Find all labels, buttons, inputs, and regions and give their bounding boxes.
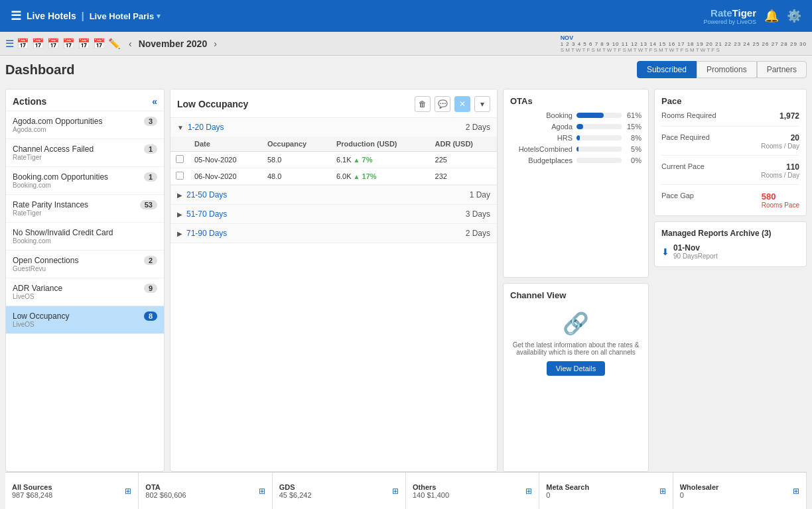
chevron-icon: ▼ xyxy=(177,124,184,131)
pace-row-value-wrap: 1,972 xyxy=(779,111,799,121)
day-group-count: 3 Days xyxy=(466,209,490,219)
cal-custom3-icon[interactable]: 📅 xyxy=(93,38,105,50)
cal-month-icon[interactable]: 📅 xyxy=(47,38,60,50)
expand-icon[interactable]: ⊞ xyxy=(525,486,532,496)
gear-icon[interactable]: ⚙️ xyxy=(787,9,801,23)
lo-trash-button[interactable]: 🗑 xyxy=(415,96,431,112)
action-item-name: Rate Parity Instances xyxy=(13,200,88,209)
pace-row: Current Pace 110 Rooms / Day xyxy=(661,162,799,185)
bottom-bar-item[interactable]: All Sources 987 $68,248 ⊞ xyxy=(5,473,139,509)
action-item-name: Booking.com Opportunities xyxy=(13,172,108,182)
day-group-header[interactable]: ▶ 21-50 Days 1 Day xyxy=(170,186,497,204)
ota-pct: 61% xyxy=(622,111,642,119)
day-group-header[interactable]: ▼ 1-20 Days 2 Days xyxy=(170,118,497,137)
bottom-bar-item[interactable]: OTA 802 $60,606 ⊞ xyxy=(139,473,272,509)
action-item[interactable]: No Show/Invalid Credit Card Booking.com xyxy=(6,223,164,251)
bottom-item-count: 0 xyxy=(680,491,789,499)
bottom-item-label: OTA xyxy=(145,483,254,491)
bottom-item-count: 802 $60,606 xyxy=(145,491,254,499)
row-occupancy: 48.0 xyxy=(262,168,331,185)
cal-custom2-icon[interactable]: 📅 xyxy=(78,38,90,50)
menu-icon[interactable]: ☰ xyxy=(5,38,14,50)
row-checkbox[interactable] xyxy=(170,168,189,185)
lo-close-button[interactable]: ✕ xyxy=(454,96,470,112)
action-item-name: ADR Variance xyxy=(13,284,62,293)
pace-panel: Pace Rooms Required 1,972 Pace Required … xyxy=(654,89,807,216)
hotel-selector[interactable]: Live Hotel Paris ▾ xyxy=(90,11,161,21)
collapse-button[interactable]: « xyxy=(152,96,157,107)
lo-groups: ▼ 1-20 Days 2 Days Date Occupancy Produc… xyxy=(170,118,497,243)
pace-rows: Rooms Required 1,972 Pace Required 20 Ro… xyxy=(661,111,799,209)
bottom-bar-item[interactable]: Wholesaler 0 ⊞ xyxy=(673,473,807,509)
action-item-info: ADR Variance LiveOS xyxy=(13,284,62,300)
pace-row-value-wrap: 580 Rooms Pace xyxy=(762,192,799,209)
next-month-arrow[interactable]: › xyxy=(214,38,217,49)
bottom-item-label: All Sources xyxy=(12,483,121,491)
otas-title: OTAs xyxy=(510,96,642,106)
lo-title: Low Occupancy xyxy=(177,99,248,109)
bell-icon[interactable]: 🔔 xyxy=(764,9,779,23)
action-item[interactable]: Channel Access Failed RateTiger 1 xyxy=(6,139,164,167)
bottom-item-info: Others 140 $1,400 xyxy=(413,483,521,499)
action-item-info: No Show/Invalid Credit Card Booking.com xyxy=(13,228,113,245)
pace-row-sub: Rooms / Day xyxy=(761,142,799,150)
cal-custom1-icon[interactable]: 📅 xyxy=(62,38,75,50)
action-item[interactable]: Open Connections GuestRevu 2 xyxy=(6,251,164,278)
pace-row-value: 110 xyxy=(761,162,799,172)
action-item[interactable]: Rate Parity Instances RateTiger 53 xyxy=(6,195,164,223)
ota-bar-wrap xyxy=(576,158,622,163)
tab-promotions[interactable]: Promotions xyxy=(697,61,757,78)
day-group-label: ▶ 51-70 Days xyxy=(177,209,227,219)
day-group-header[interactable]: ▶ 51-70 Days 3 Days xyxy=(170,205,497,223)
expand-icon[interactable]: ⊞ xyxy=(659,486,666,496)
report-item[interactable]: ⬇ 01-Nov 90 DaysReport xyxy=(661,243,799,260)
action-item-sub: RateTiger xyxy=(13,209,88,217)
bottom-bar-item[interactable]: GDS 45 $6,242 ⊞ xyxy=(273,473,406,509)
cal-edit-icon[interactable]: ✏️ xyxy=(108,38,121,50)
action-item-info: Open Connections GuestRevu xyxy=(13,256,78,272)
tab-partners[interactable]: Partners xyxy=(757,61,807,78)
actions-header: Actions « xyxy=(6,89,164,111)
hamburger-icon[interactable]: ☰ xyxy=(11,9,21,23)
lo-chevron-button[interactable]: ▾ xyxy=(474,96,490,112)
ota-bar-wrap xyxy=(576,113,622,118)
pace-row-value: 580 xyxy=(762,192,799,201)
cal-week-icon[interactable]: 📅 xyxy=(32,38,44,50)
expand-icon[interactable]: ⊞ xyxy=(125,486,131,496)
day-range-label: 71-90 Days xyxy=(186,229,227,238)
action-item[interactable]: Agoda.com Opportunities Agoda.com 3 xyxy=(6,111,164,139)
day-group-count: 1 Day xyxy=(470,190,490,199)
ota-bar xyxy=(576,113,604,118)
day-range-label: 1-20 Days xyxy=(188,123,224,132)
view-details-button[interactable]: View Details xyxy=(547,361,605,376)
action-item-count: 9 xyxy=(144,284,157,293)
action-item[interactable]: Booking.com Opportunities Booking.com 1 xyxy=(6,167,164,195)
day-group-header[interactable]: ▶ 71-90 Days 2 Days xyxy=(170,224,497,243)
prev-month-arrow[interactable]: ‹ xyxy=(129,38,132,49)
day-group: ▶ 51-70 Days 3 Days xyxy=(170,205,497,224)
action-item-name: Low Occupancy xyxy=(13,311,69,321)
cal-day-icon[interactable]: 📅 xyxy=(17,38,29,50)
action-item[interactable]: ADR Variance LiveOS 9 xyxy=(6,278,164,306)
lo-header: Low Occupancy 🗑 💬 ✕ ▾ xyxy=(170,89,497,118)
pace-row-value: 1,972 xyxy=(779,111,799,121)
title-tab-row: Dashboard Subscribed Promotions Partners xyxy=(5,61,807,84)
row-checkbox[interactable] xyxy=(170,152,189,168)
action-item-count: 3 xyxy=(144,117,157,126)
expand-icon[interactable]: ⊞ xyxy=(392,486,399,496)
expand-icon[interactable]: ⊞ xyxy=(793,486,799,496)
day-group-label: ▼ 1-20 Days xyxy=(177,123,224,132)
bottom-bar-item[interactable]: Meta Search 0 ⊞ xyxy=(539,473,673,509)
row-date: 05-Nov-2020 xyxy=(189,152,262,168)
pace-row: Pace Gap 580 Rooms Pace xyxy=(661,192,799,209)
bottom-bar-item[interactable]: Others 140 $1,400 ⊞ xyxy=(406,473,539,509)
lo-chat-button[interactable]: 💬 xyxy=(435,96,450,112)
tab-subscribed[interactable]: Subscribed xyxy=(637,61,697,78)
action-item[interactable]: Low Occupancy LiveOS 8 xyxy=(6,306,164,334)
table-row: 05-Nov-2020 58.0 6.1K ▲ 7% 225 xyxy=(170,152,497,168)
day-group-count: 2 Days xyxy=(466,123,490,132)
col-production: Production (USD) xyxy=(331,137,430,152)
expand-icon[interactable]: ⊞ xyxy=(259,486,265,496)
pace-row-label: Pace Required xyxy=(661,133,710,141)
calendar-mini: NOV 1 2 3 4 5 6 7 8 9 10 11 12 13 14 15 … xyxy=(561,34,807,53)
